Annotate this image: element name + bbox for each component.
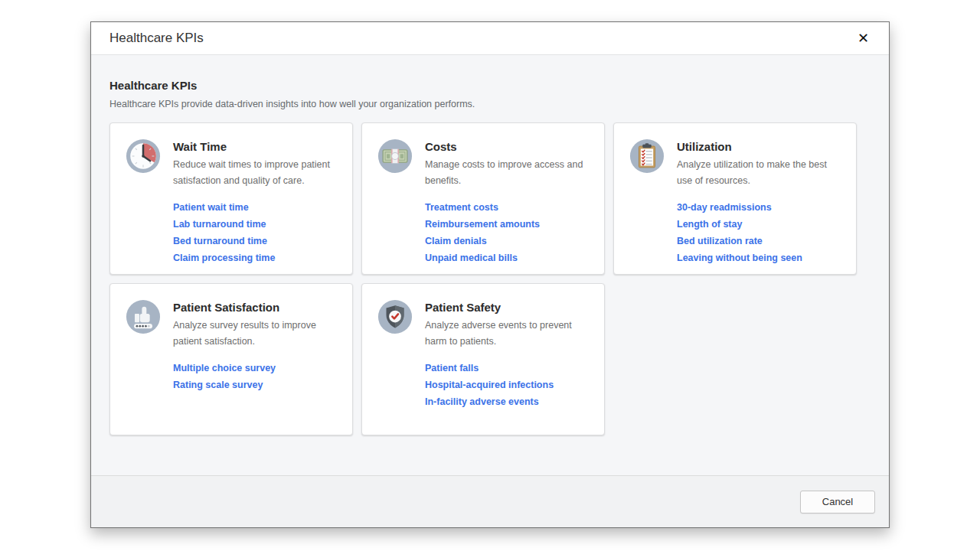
- card-links: Patient wait time Lab turnaround time Be…: [173, 199, 340, 266]
- card-links: Multiple choice survey Rating scale surv…: [173, 360, 340, 393]
- kpi-card-patient-safety: Patient Safety Analyze adverse events to…: [361, 283, 605, 435]
- dialog-title: Healthcare KPIs: [109, 31, 204, 46]
- dialog-titlebar: Healthcare KPIs ✕: [91, 22, 889, 54]
- link-in-facility-adverse-events[interactable]: In-facility adverse events: [425, 393, 592, 410]
- card-content: Patient Safety Analyze adverse events to…: [425, 299, 592, 435]
- link-length-of-stay[interactable]: Length of stay: [677, 216, 844, 233]
- cancel-button[interactable]: Cancel: [800, 491, 875, 514]
- card-title: Wait Time: [173, 140, 340, 153]
- card-links: Treatment costs Reimbursement amounts Cl…: [425, 199, 592, 266]
- card-content: Utilization Analyze utilization to make …: [677, 139, 844, 274]
- kpi-card-wait-time: Wait Time Reduce wait times to improve p…: [109, 122, 353, 275]
- link-leaving-without-being-seen[interactable]: Leaving without being seen: [677, 249, 844, 266]
- card-description: Manage costs to improve access and benef…: [425, 157, 592, 189]
- dialog-footer: Cancel: [91, 475, 889, 527]
- link-hospital-acquired-infections[interactable]: Hospital-acquired infections: [425, 377, 592, 393]
- page-background: Healthcare KPIs ✕ Healthcare KPIs Health…: [0, 0, 980, 551]
- card-description: Analyze survey results to improve patien…: [173, 318, 340, 350]
- money-icon: [377, 139, 413, 174]
- page-subtitle: Healthcare KPIs provide data-driven insi…: [109, 99, 871, 109]
- link-30-day-readmissions[interactable]: 30-day readmissions: [677, 199, 844, 216]
- link-rating-scale-survey[interactable]: Rating scale survey: [173, 377, 340, 393]
- card-description: Reduce wait times to improve patient sat…: [173, 157, 340, 189]
- link-reimbursement-amounts[interactable]: Reimbursement amounts: [425, 216, 592, 233]
- card-content: Wait Time Reduce wait times to improve p…: [173, 139, 340, 274]
- link-lab-turnaround-time[interactable]: Lab turnaround time: [173, 216, 340, 233]
- clock-icon: [126, 139, 161, 174]
- link-multiple-choice-survey[interactable]: Multiple choice survey: [173, 360, 340, 377]
- link-claim-denials[interactable]: Claim denials: [425, 233, 592, 249]
- thumbs-up-rating-icon: [126, 299, 161, 334]
- card-title: Costs: [425, 140, 592, 153]
- dialog-body: Healthcare KPIs Healthcare KPIs provide …: [91, 54, 889, 475]
- card-links: 30-day readmissions Length of stay Bed u…: [677, 199, 844, 266]
- link-claim-processing-time[interactable]: Claim processing time: [173, 249, 340, 266]
- card-content: Costs Manage costs to improve access and…: [425, 139, 592, 274]
- link-bed-turnaround-time[interactable]: Bed turnaround time: [173, 233, 340, 249]
- card-description: Analyze adverse events to prevent harm t…: [425, 318, 592, 350]
- link-patient-falls[interactable]: Patient falls: [425, 360, 592, 377]
- card-description: Analyze utilization to make the best use…: [677, 157, 844, 189]
- card-title: Utilization: [677, 140, 844, 153]
- kpi-card-utilization: Utilization Analyze utilization to make …: [613, 122, 857, 275]
- link-unpaid-medical-bills[interactable]: Unpaid medical bills: [425, 249, 592, 266]
- link-treatment-costs[interactable]: Treatment costs: [425, 199, 592, 216]
- card-title: Patient Satisfaction: [173, 301, 340, 314]
- shield-check-icon: [377, 299, 413, 334]
- page-title: Healthcare KPIs: [109, 79, 871, 92]
- healthcare-kpis-dialog: Healthcare KPIs ✕ Healthcare KPIs Health…: [90, 21, 890, 528]
- link-bed-utilization-rate[interactable]: Bed utilization rate: [677, 233, 844, 249]
- clipboard-checklist-icon: [629, 139, 665, 174]
- kpi-card-costs: Costs Manage costs to improve access and…: [361, 122, 605, 275]
- card-content: Patient Satisfaction Analyze survey resu…: [173, 299, 340, 435]
- kpi-card-grid: Wait Time Reduce wait times to improve p…: [109, 122, 858, 435]
- card-links: Patient falls Hospital-acquired infectio…: [425, 360, 592, 410]
- link-patient-wait-time[interactable]: Patient wait time: [173, 199, 340, 216]
- close-icon[interactable]: ✕: [854, 30, 872, 47]
- kpi-card-patient-satisfaction: Patient Satisfaction Analyze survey resu…: [109, 283, 353, 435]
- card-title: Patient Safety: [425, 301, 592, 314]
